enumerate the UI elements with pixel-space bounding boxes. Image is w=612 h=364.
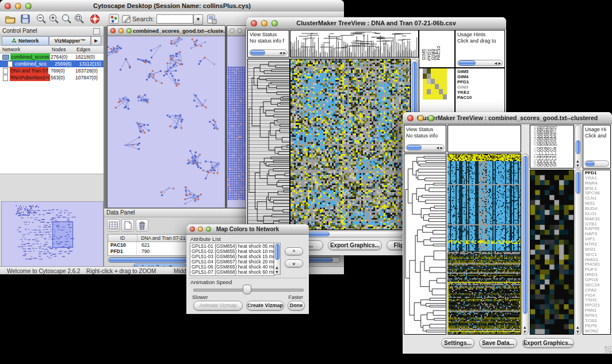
- tv1-hints-scrollbar[interactable]: ◀▶: [457, 60, 503, 66]
- heatmap-cell[interactable]: [431, 89, 435, 94]
- tv1-row-dendrogram[interactable]: [247, 59, 290, 230]
- close-icon[interactable]: [407, 115, 414, 121]
- heatmap-cell[interactable]: [435, 84, 439, 89]
- heatmap-cell[interactable]: [427, 68, 431, 74]
- background-network-canvas[interactable]: [227, 36, 246, 207]
- heatmap-cell[interactable]: [439, 89, 443, 94]
- attribute-list[interactable]: GPL51-01 (GSM854) heat shock 05 minGPL51…: [190, 243, 275, 276]
- tab-overflow-arrow[interactable]: ▶: [91, 36, 101, 45]
- network-list-row[interactable]: RNAPuberNov2+I563(0)107847(0): [0, 74, 104, 81]
- new-attribute-icon[interactable]: [121, 219, 134, 232]
- minimize-icon[interactable]: [418, 115, 424, 121]
- export-graphics-icon[interactable]: [206, 13, 217, 25]
- heatmap-cell[interactable]: [439, 79, 443, 84]
- heatmap-cell[interactable]: [427, 74, 431, 79]
- tv2-column-dendrogram[interactable]: [447, 125, 521, 152]
- tv1-titlebar[interactable]: ClusterMaker TreeView : DNA and Tran 07-…: [246, 17, 506, 29]
- attribute-list-item[interactable]: GPL51-06 (GSM865) heat shock 40 min: [192, 265, 274, 270]
- tv2-status-scrollbar[interactable]: ◀▶: [406, 144, 445, 151]
- zoom-icon[interactable]: [206, 227, 211, 232]
- gene-label[interactable]: PAC10: [457, 95, 504, 100]
- id-column-header[interactable]: ID: [108, 235, 137, 242]
- heatmap-cell[interactable]: [439, 84, 443, 89]
- heatmap-cell[interactable]: [427, 84, 431, 89]
- done-button[interactable]: Done: [288, 301, 305, 311]
- minimize-icon[interactable]: [261, 20, 267, 26]
- zoom-in-icon[interactable]: [48, 13, 60, 25]
- tab-vizmapper[interactable]: VizMapper™: [49, 36, 91, 45]
- heatmap-cell[interactable]: [435, 79, 439, 84]
- gene-label[interactable]: YKE2: [457, 90, 504, 95]
- heatmap-cell[interactable]: [427, 79, 431, 84]
- network-list-row[interactable]: combined_scores2764(0)16218(0): [0, 53, 104, 60]
- tab-network[interactable]: Network: [2, 36, 49, 45]
- heatmap-cell[interactable]: [431, 68, 435, 74]
- gene-label[interactable]: GIM3: [457, 85, 504, 90]
- network-view-canvas[interactable]: [108, 36, 224, 207]
- tv1-column-dendrogram[interactable]: [290, 30, 419, 58]
- attribute-list-item[interactable]: GPL51-02 (GSM855) heat shock 10 min: [192, 249, 274, 254]
- heatmap-cell[interactable]: [423, 89, 427, 94]
- open-folder-icon[interactable]: [5, 13, 16, 25]
- heatmap-cell[interactable]: [431, 74, 435, 79]
- search-dropdown-button[interactable]: ▼: [193, 14, 203, 25]
- zoom-fit-icon[interactable]: [61, 13, 72, 25]
- tv2-hints-scrollbar[interactable]: [584, 160, 609, 167]
- tv2-row-dendrogram[interactable]: [404, 154, 446, 335]
- export-graphics--button[interactable]: Export Graphics...: [522, 338, 574, 348]
- col-nodes[interactable]: Nodes: [52, 46, 76, 53]
- delete-attribute-icon[interactable]: [136, 219, 148, 232]
- tv2-labels-scrollbar[interactable]: ▲▼: [575, 125, 582, 168]
- heatmap-cell[interactable]: [435, 89, 439, 94]
- main-titlebar[interactable]: Cytoscape Desktop (Session Name: collins…: [0, 0, 344, 12]
- gene-label[interactable]: GIM4: [457, 74, 504, 79]
- search-input[interactable]: [156, 14, 193, 24]
- heatmap-cell[interactable]: [431, 94, 435, 99]
- resize-grip[interactable]: [605, 346, 611, 353]
- heatmap-cell[interactable]: [423, 79, 427, 84]
- gene-label[interactable]: GIM5: [457, 69, 504, 74]
- attr-column-header[interactable]: DNA and Tran 07-21-06: [137, 235, 193, 242]
- heatmap-cell[interactable]: [439, 74, 443, 79]
- heatmap-cell[interactable]: [431, 79, 435, 84]
- vizmapper-icon[interactable]: [108, 13, 120, 25]
- tv1-status-scrollbar[interactable]: ◀▶: [249, 49, 288, 56]
- heatmap-cell[interactable]: [443, 84, 447, 89]
- settings--button[interactable]: Settings...: [441, 338, 475, 348]
- heatmap-cell[interactable]: [427, 89, 431, 94]
- minimize-icon[interactable]: [198, 227, 203, 232]
- gene-label[interactable]: PFD1: [457, 79, 504, 85]
- minimize-button[interactable]: [15, 3, 21, 9]
- move-up-button[interactable]: ^: [285, 247, 303, 255]
- move-down-button[interactable]: v: [285, 259, 303, 267]
- close-button[interactable]: [5, 3, 11, 9]
- inactive-minimize-icon[interactable]: [237, 28, 242, 33]
- attribute-list-item[interactable]: GPL51-01 (GSM854) heat shock 05 min: [192, 244, 274, 249]
- heatmap-cell[interactable]: [435, 68, 439, 74]
- network-list-row[interactable]: DNA and Tran 07769(0)183728(0): [0, 67, 104, 74]
- heatmap-cell[interactable]: [423, 68, 427, 74]
- save-data--button[interactable]: Save Data...: [479, 338, 517, 348]
- attribute-table-icon[interactable]: [107, 219, 120, 232]
- zoom-button[interactable]: [25, 3, 32, 9]
- annotation-icon[interactable]: [121, 13, 132, 25]
- heatmap-cell[interactable]: [435, 74, 439, 79]
- animate-vizmap-button[interactable]: Animate Vizmap: [193, 301, 243, 311]
- close-icon[interactable]: [110, 28, 116, 33]
- heatmap-cell[interactable]: [439, 68, 443, 74]
- heatmap-cell[interactable]: [423, 74, 427, 79]
- minimize-icon[interactable]: [118, 28, 124, 33]
- col-network[interactable]: Network: [0, 46, 52, 53]
- background-network-window[interactable]: [227, 25, 248, 208]
- dialog-titlebar[interactable]: Map Colors to Network: [186, 224, 309, 235]
- birdseye-view-canvas[interactable]: [2, 202, 102, 265]
- attribute-list-item[interactable]: GPL51-04 (GSM857) heat shock 20 min: [192, 259, 274, 265]
- heatmap-cell[interactable]: [435, 94, 439, 99]
- heatmap-cell[interactable]: [423, 94, 427, 99]
- tv2-global-heatmap[interactable]: [447, 154, 521, 335]
- col-edges[interactable]: Edges: [76, 46, 101, 53]
- heatmap-cell[interactable]: [439, 94, 443, 99]
- attribute-list-item[interactable]: GPL51-07 (GSM868) heat shock 60 min: [192, 270, 274, 275]
- create-vizmap-button[interactable]: Create Vizmap: [246, 301, 284, 311]
- help-icon[interactable]: [89, 13, 101, 25]
